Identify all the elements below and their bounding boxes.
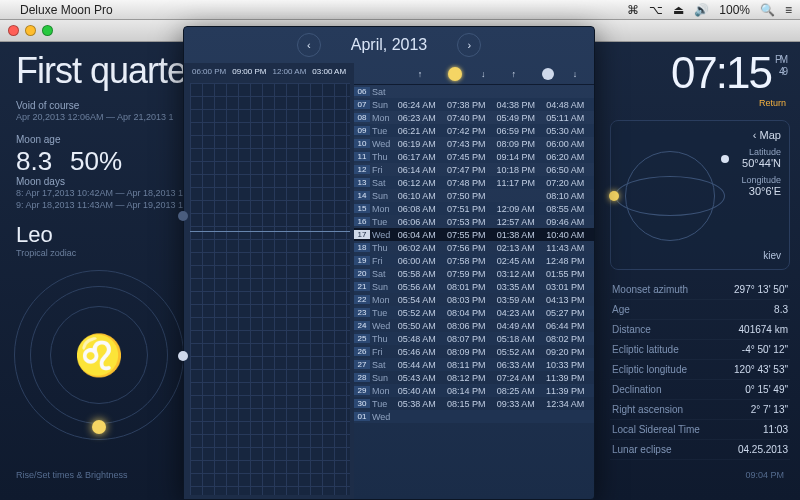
day-row[interactable]: 15Mon06:08 AM07:51 PM12:09 AM08:55 AM: [354, 202, 594, 215]
day-row[interactable]: 27Sat05:44 AM08:11 PM06:33 AM10:33 PM: [354, 358, 594, 371]
stat-key: Age: [612, 304, 630, 315]
stat-value: 297° 13' 50": [734, 284, 788, 295]
time-cell: 05:18 AM: [491, 334, 541, 344]
day-number: 17: [354, 230, 370, 239]
time-cell: 06:17 AM: [392, 152, 442, 162]
day-row[interactable]: 20Sat05:58 AM07:59 PM03:12 AM01:55 PM: [354, 267, 594, 280]
time-cell: 05:30 AM: [541, 126, 591, 136]
stat-row: Age8.3: [610, 300, 790, 320]
stat-row: Distance401674 km: [610, 320, 790, 340]
spotlight-icon[interactable]: 🔍: [760, 3, 775, 17]
time-cell: 05:46 AM: [392, 347, 442, 357]
day-row[interactable]: 09Tue06:21 AM07:42 PM06:59 PM05:30 AM: [354, 124, 594, 137]
sun-marker-icon: [609, 191, 619, 201]
time-cell: 10:40 AM: [541, 230, 591, 240]
day-row[interactable]: 07Sun06:24 AM07:38 PM04:38 PM04:48 AM: [354, 98, 594, 111]
stat-key: Moonset azimuth: [612, 284, 688, 295]
day-number: 08: [354, 113, 370, 122]
battery-indicator[interactable]: 100%: [719, 3, 750, 17]
day-number: 12: [354, 165, 370, 174]
time-cell: 07:43 PM: [442, 139, 492, 149]
day-row[interactable]: 21Sun05:56 AM08:01 PM03:35 AM03:01 PM: [354, 280, 594, 293]
time-cell: 08:03 PM: [442, 295, 492, 305]
day-row[interactable]: 28Sun05:43 AM08:12 PM07:24 AM11:39 PM: [354, 371, 594, 384]
day-number: 09: [354, 126, 370, 135]
day-number: 29: [354, 386, 370, 395]
day-row[interactable]: 14Sun06:10 AM07:50 PM08:10 AM: [354, 189, 594, 202]
menu-extra-icon[interactable]: ⌘: [627, 3, 639, 17]
time-cell: 03:01 PM: [541, 282, 591, 292]
day-row[interactable]: 30Tue05:38 AM08:15 PM09:33 AM12:34 AM: [354, 397, 594, 410]
longitude-label: Longitude: [741, 175, 781, 185]
day-row[interactable]: 08Mon06:23 AM07:40 PM05:49 PM05:11 AM: [354, 111, 594, 124]
time-cell: 07:55 PM: [442, 230, 492, 240]
day-row[interactable]: 12Fri06:14 AM07:47 PM10:18 PM06:50 AM: [354, 163, 594, 176]
phase-name: First quarter: [16, 50, 197, 92]
day-of-week: Tue: [372, 399, 392, 409]
time-cell: 05:11 AM: [541, 113, 591, 123]
day-of-week: Mon: [372, 386, 392, 396]
day-row[interactable]: 13Sat06:12 AM07:48 PM11:17 PM07:20 AM: [354, 176, 594, 189]
day-row[interactable]: 25Thu05:48 AM08:07 PM05:18 AM08:02 PM: [354, 332, 594, 345]
day-row[interactable]: 10Wed06:19 AM07:43 PM08:09 PM06:00 AM: [354, 137, 594, 150]
stat-value: 2° 7' 13": [751, 404, 788, 415]
time-cell: 04:13 PM: [541, 295, 591, 305]
day-row[interactable]: 29Mon05:40 AM08:14 PM08:25 AM11:39 PM: [354, 384, 594, 397]
eject-icon[interactable]: ⏏: [673, 3, 684, 17]
day-row[interactable]: 22Mon05:54 AM08:03 PM03:59 AM04:13 PM: [354, 293, 594, 306]
return-label[interactable]: Return: [671, 98, 786, 108]
day-of-week: Mon: [372, 113, 392, 123]
time-cell: 07:58 PM: [442, 256, 492, 266]
day-row[interactable]: 11Thu06:17 AM07:45 PM09:14 PM06:20 AM: [354, 150, 594, 163]
time-cell: 01:55 PM: [541, 269, 591, 279]
time-cell: 06:10 AM: [392, 191, 442, 201]
time-cell: 07:45 PM: [442, 152, 492, 162]
day-row[interactable]: 26Fri05:46 AM08:09 PM05:52 AM09:20 PM: [354, 345, 594, 358]
day-row[interactable]: 01Wed: [354, 410, 594, 423]
month-title: April, 2013: [351, 36, 428, 54]
day-row[interactable]: 19Fri06:00 AM07:58 PM02:45 AM12:48 PM: [354, 254, 594, 267]
day-number: 18: [354, 243, 370, 252]
stat-value: 04.25.2013: [738, 444, 788, 455]
new-moon-marker-icon: [178, 211, 188, 221]
day-row[interactable]: 16Tue06:06 AM07:53 PM12:57 AM09:46 AM: [354, 215, 594, 228]
time-cell: 06:23 AM: [392, 113, 442, 123]
day-of-week: Tue: [372, 308, 392, 318]
time-cell: 07:40 PM: [442, 113, 492, 123]
time-cell: 09:46 AM: [541, 217, 591, 227]
map-panel[interactable]: ‹ Map Latitude 50°44'N Longitude 30°6'E …: [610, 120, 790, 270]
day-row[interactable]: 17Wed06:04 AM07:55 PM01:38 AM10:40 AM: [354, 228, 594, 241]
stat-key: Right ascension: [612, 404, 683, 415]
day-row[interactable]: 24Wed05:50 AM08:06 PM04:49 AM06:44 PM: [354, 319, 594, 332]
day-row[interactable]: 18Thu06:02 AM07:56 PM02:13 AM11:43 AM: [354, 241, 594, 254]
time-cell: 08:07 PM: [442, 334, 492, 344]
time-cell: 04:38 PM: [491, 100, 541, 110]
mac-menubar: Deluxe Moon Pro ⌘ ⌥ ⏏ 🔊 100% 🔍 ≡: [0, 0, 800, 20]
day-row[interactable]: 06Sat: [354, 85, 594, 98]
day-of-week: Fri: [372, 165, 392, 175]
stat-key: Local Sidereal Time: [612, 424, 700, 435]
zodiac-wheel[interactable]: ♌: [14, 270, 184, 440]
menubar-app-name[interactable]: Deluxe Moon Pro: [20, 3, 113, 17]
day-of-week: Wed: [372, 230, 392, 240]
menu-list-icon[interactable]: ≡: [785, 3, 792, 17]
next-month-button[interactable]: ›: [457, 33, 481, 57]
prev-month-button[interactable]: ‹: [297, 33, 321, 57]
stat-value: 11:03: [763, 424, 788, 435]
clock: 07:15 PM 49 Return: [671, 48, 786, 108]
stat-value: 120° 43' 53": [734, 364, 788, 375]
bottom-left-label: Rise/Set times & Brightness: [16, 470, 128, 500]
time-cell: 02:45 AM: [491, 256, 541, 266]
day-number: 11: [354, 152, 370, 161]
day-number: 23: [354, 308, 370, 317]
day-of-week: Mon: [372, 204, 392, 214]
close-icon[interactable]: [8, 25, 19, 36]
time-cell: 06:20 AM: [541, 152, 591, 162]
time-cell: 08:55 AM: [541, 204, 591, 214]
volume-icon[interactable]: 🔊: [694, 3, 709, 17]
time-cell: 07:53 PM: [442, 217, 492, 227]
day-row[interactable]: 23Tue05:52 AM08:04 PM04:23 AM05:27 PM: [354, 306, 594, 319]
menu-extra-icon[interactable]: ⌥: [649, 3, 663, 17]
time-cell: 07:42 PM: [442, 126, 492, 136]
day-of-week: Sat: [372, 178, 392, 188]
